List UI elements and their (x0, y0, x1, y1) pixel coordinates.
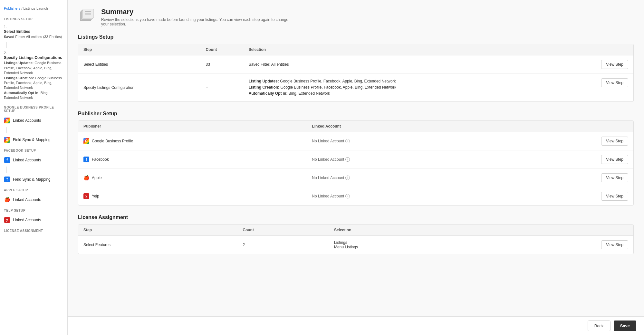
yelp-publisher-icon: y (83, 193, 89, 199)
row2-step: Specify Listings Configuration (78, 74, 201, 101)
license-col-step: Step (78, 225, 237, 236)
facebook-sidebar-icon: f (4, 157, 10, 163)
sidebar-item-google-field[interactable]: G Field Sync & Mapping (0, 134, 67, 146)
publisher-facebook-linked: No Linked Account i (307, 150, 491, 168)
view-step-btn-google[interactable]: View Step (601, 137, 628, 146)
sidebar-item-facebook-linked[interactable]: f Linked Accounts (0, 154, 67, 166)
listings-table: Step Count Selection Select Entities 33 … (78, 44, 633, 101)
google-publisher-icon: G (83, 138, 89, 144)
summary-icon (78, 8, 96, 26)
publisher-setup-title: Publisher Setup (78, 111, 634, 117)
step1-detail: Saved Filter: All entities (33 Entities) (4, 34, 63, 39)
license-section-header: LICENSE ASSIGNMENT (0, 226, 67, 235)
step2-detail: Listings Updates: Google Business Profil… (4, 61, 63, 100)
publisher-setup-card: Publisher Linked Account G Google Busine… (78, 120, 634, 206)
breadcrumb: Publishers / Listings Launch (0, 4, 67, 14)
publisher-google-linked: No Linked Account i (307, 132, 491, 150)
license-row1-count: 2 (237, 235, 329, 254)
table-row: G Google Business Profile No Linked Acco… (78, 132, 633, 150)
apple-section-header: APPLE SETUP (0, 185, 67, 194)
license-assignment-title: License Assignment (78, 215, 634, 220)
info-icon-yelp[interactable]: i (345, 194, 350, 198)
publisher-apple-action: View Step (491, 168, 633, 187)
publisher-yelp-linked: No Linked Account i (307, 187, 491, 205)
license-table: Step Count Selection Select Features 2 L… (78, 225, 633, 254)
row2-action: View Step (559, 74, 633, 101)
sidebar-item-yelp-linked[interactable]: y Linked Accounts (0, 214, 67, 226)
breadcrumb-parent[interactable]: Publishers (4, 6, 20, 10)
page-header: Summary Review the selections you have m… (78, 8, 634, 26)
publisher-google-name: G Google Business Profile (78, 132, 307, 150)
publisher-yelp-name: y Yelp (78, 187, 307, 205)
facebook-publisher-icon: f (83, 157, 89, 162)
apple-publisher-icon: 🍎 (83, 175, 89, 181)
main-content: Summary Review the selections you have m… (68, 0, 644, 335)
step1-title: Select Entities (4, 29, 63, 34)
license-card: Step Count Selection Select Features 2 L… (78, 224, 634, 254)
info-icon-facebook[interactable]: i (345, 157, 350, 162)
sidebar: Publishers / Listings Launch LISTINGS SE… (0, 0, 68, 335)
google-linked-label: Linked Accounts (13, 118, 41, 123)
publisher-google-action: View Step (491, 132, 633, 150)
view-step-btn-facebook[interactable]: View Step (601, 155, 628, 164)
yelp-section-header: YELP SETUP (0, 206, 67, 214)
publisher-col-linked: Linked Account (307, 121, 491, 132)
row1-action: View Step (559, 55, 633, 74)
view-step-btn-1[interactable]: View Step (601, 60, 628, 69)
listings-col-selection: Selection (244, 44, 559, 55)
listings-col-count: Count (201, 44, 244, 55)
publisher-table: Publisher Linked Account G Google Busine… (78, 121, 633, 205)
svg-rect-2 (83, 9, 94, 18)
listings-setup-header: LISTINGS SETUP (0, 14, 67, 23)
sidebar-item-google-linked[interactable]: G Linked Accounts (0, 115, 67, 126)
row2-selection: Listing Updates: Google Business Profile… (244, 74, 559, 101)
license-col-count: Count (237, 225, 329, 236)
google-section-header: GOOGLE BUSINESS PROFILE SETUP (0, 102, 67, 115)
view-step-btn-2[interactable]: View Step (601, 78, 628, 87)
table-row: Select Features 2 Listings Menu Listings… (78, 235, 633, 254)
save-button[interactable]: Save (614, 321, 636, 331)
breadcrumb-current: Listings Launch (24, 6, 48, 10)
view-step-btn-license[interactable]: View Step (601, 240, 628, 249)
google-divider (6, 127, 7, 133)
table-row: 🍎 Apple No Linked Account i View Step (78, 168, 633, 187)
info-icon-apple[interactable]: i (345, 176, 350, 180)
yelp-linked-label: Linked Accounts (13, 218, 41, 222)
license-col-action (475, 225, 633, 236)
table-row: f Facebook No Linked Account i View Step (78, 150, 633, 168)
facebook-field-label: Field Sync & Mapping (13, 177, 51, 182)
facebook-divider (6, 167, 7, 173)
step1-number: 1. (4, 25, 63, 29)
back-button[interactable]: Back (588, 321, 610, 331)
license-row1-step: Select Features (78, 235, 237, 254)
google-field-icon: G (4, 137, 10, 143)
sidebar-step-2[interactable]: 2. Specify Listings Configurations Listi… (0, 49, 67, 102)
page-title-block: Summary Review the selections you have m… (101, 8, 294, 26)
step2-number: 2. (4, 51, 63, 55)
license-row1-selection: Listings Menu Listings (329, 235, 475, 254)
page-title: Summary (101, 8, 294, 16)
publisher-apple-linked: No Linked Account i (307, 168, 491, 187)
sidebar-item-facebook-field[interactable]: f Field Sync & Mapping (0, 174, 67, 185)
publisher-col-publisher: Publisher (78, 121, 307, 132)
view-step-btn-apple[interactable]: View Step (601, 173, 628, 182)
table-row: y Yelp No Linked Account i View Step (78, 187, 633, 205)
google-sidebar-icon: G (4, 117, 10, 124)
license-col-selection: Selection (329, 225, 475, 236)
sidebar-step-1[interactable]: 1. Select Entities Saved Filter: All ent… (0, 23, 67, 41)
step2-title: Specify Listings Configurations (4, 55, 63, 60)
info-icon-google[interactable]: i (345, 139, 350, 143)
row1-selection: Saved Filter: All entities (244, 55, 559, 74)
row2-count: -- (201, 74, 244, 101)
publisher-apple-name: 🍎 Apple (78, 168, 307, 187)
google-field-label: Field Sync & Mapping (13, 138, 51, 142)
facebook-section-header: FACEBOOK SETUP (0, 146, 67, 154)
view-step-btn-yelp[interactable]: View Step (601, 192, 628, 201)
footer-bar: Back Save (68, 316, 644, 335)
listings-col-action (559, 44, 633, 55)
listings-setup-title: Listings Setup (78, 34, 634, 40)
yelp-sidebar-icon: y (4, 217, 10, 223)
step-divider-1 (6, 42, 7, 48)
sidebar-item-apple-linked[interactable]: 🍎 Linked Accounts (0, 194, 67, 206)
facebook-linked-label: Linked Accounts (13, 158, 41, 162)
